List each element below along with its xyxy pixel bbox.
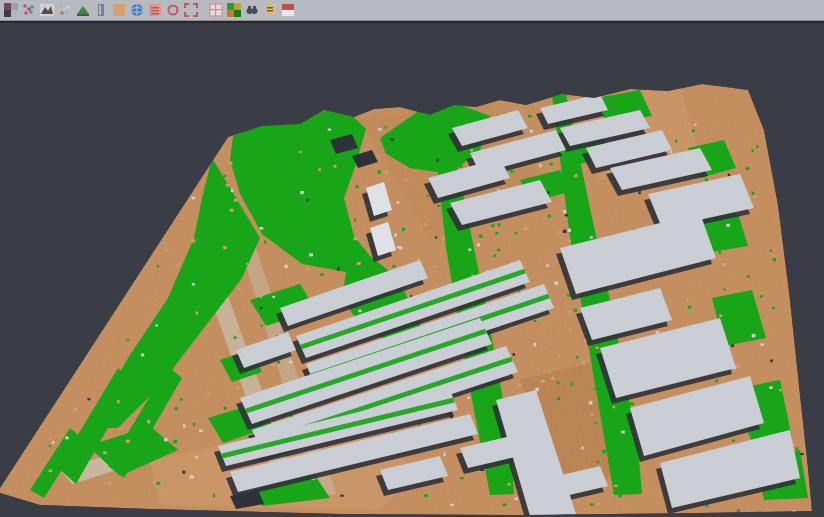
ortho-image-icon — [112, 3, 126, 17]
globe-view-icon — [130, 3, 144, 17]
globe-view-button[interactable] — [129, 2, 145, 18]
measure-tool-button[interactable] — [244, 2, 260, 18]
clip-region-icon — [209, 3, 223, 17]
ortho-image-button[interactable] — [111, 2, 127, 18]
sparse-points-button[interactable] — [57, 2, 73, 18]
flag-marker-button[interactable] — [280, 2, 296, 18]
flag-marker-icon — [281, 3, 295, 17]
rectangle-selection-icon — [184, 3, 198, 17]
profile-view-icon — [94, 3, 108, 17]
report-icon — [263, 3, 277, 17]
application-window — [0, 0, 824, 517]
mosaic-layer-button[interactable] — [3, 2, 19, 18]
profile-view-button[interactable] — [93, 2, 109, 18]
terrain-model-button[interactable] — [75, 2, 91, 18]
toolbar-group-separator — [200, 2, 207, 18]
classification-button[interactable] — [226, 2, 242, 18]
sparse-points-icon — [58, 3, 72, 17]
terrain-model-icon — [76, 3, 90, 17]
point-cloud-scene — [0, 23, 824, 517]
point-cloud-icon — [22, 3, 36, 17]
mosaic-layer-icon — [4, 3, 18, 17]
point-cloud-button[interactable] — [21, 2, 37, 18]
main-toolbar — [0, 0, 824, 21]
hillshade-icon — [40, 3, 54, 17]
viewport-3d[interactable] — [0, 21, 824, 517]
circle-selection-button[interactable] — [165, 2, 181, 18]
clip-region-button[interactable] — [208, 2, 224, 18]
raster-grid-icon — [148, 3, 162, 17]
classification-icon — [227, 3, 241, 17]
circle-selection-icon — [166, 3, 180, 17]
measure-tool-icon — [245, 3, 259, 17]
hillshade-button[interactable] — [39, 2, 55, 18]
rectangle-selection-button[interactable] — [183, 2, 199, 18]
report-button[interactable] — [262, 2, 278, 18]
raster-grid-button[interactable] — [147, 2, 163, 18]
